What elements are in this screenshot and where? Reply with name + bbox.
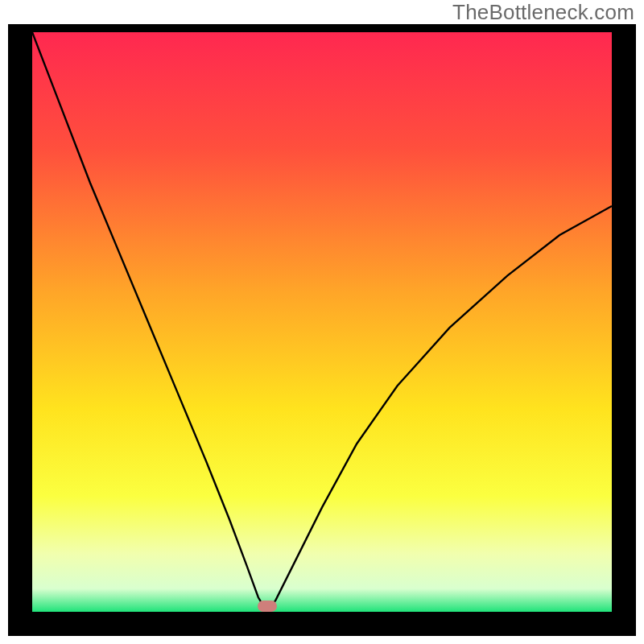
bottleneck-curve [32, 32, 612, 612]
chart-frame: TheBottleneck.com [0, 0, 644, 644]
plot-gradient-panel [32, 32, 612, 612]
plot-outer-border [8, 24, 636, 636]
curve-path [32, 32, 612, 612]
watermark-text: TheBottleneck.com [452, 0, 634, 25]
minimum-marker [258, 601, 277, 612]
